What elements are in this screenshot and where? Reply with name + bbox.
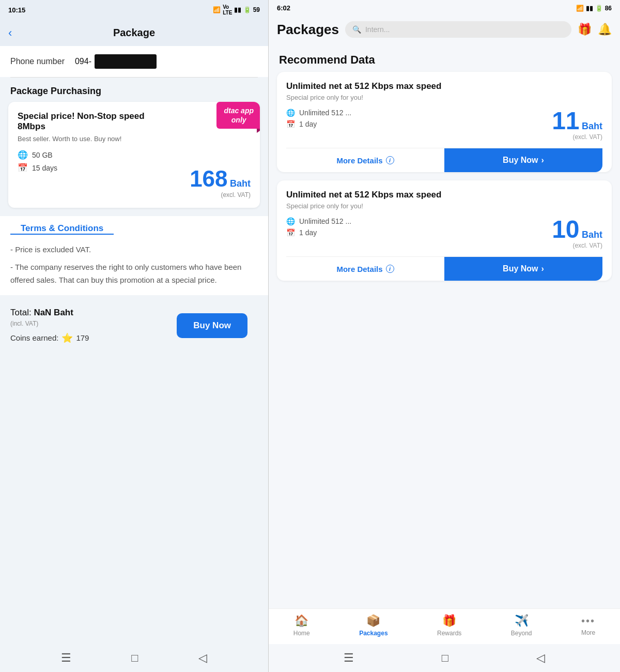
calendar-icon: 📅	[18, 163, 28, 173]
bottom-bar-right: ☰ □ ◁	[269, 644, 620, 672]
price-value: 168	[190, 166, 227, 191]
status-bar-left: 10:15 📶 VoLTE ▮▮ 🔋 59	[0, 0, 268, 20]
home-icon: 🏠	[295, 614, 308, 628]
total-value: NaN Baht	[34, 308, 73, 317]
pkg-title-1: Unlimited net at 512 Kbps max speed	[286, 81, 602, 91]
right-panel: 6:02 📶 ▮▮ 🔋 86 Packages 🔍 Intern... 🎁 🔔 …	[269, 0, 620, 672]
pkg-subtitle-1: Special price only for you!	[286, 94, 602, 101]
battery-icon: 🔋 59	[243, 6, 260, 13]
back-button[interactable]: ‹	[8, 26, 12, 40]
nav-more-label: More	[581, 629, 595, 636]
pkg-price-unit-2: Baht	[582, 230, 602, 240]
price-vat: (excl. VAT)	[190, 191, 251, 198]
nav-more[interactable]: ••• More	[581, 615, 595, 636]
globe-icon-2: 🌐	[286, 217, 295, 225]
rewards-icon: 🎁	[442, 614, 456, 628]
phone-row: Phone number 094-	[0, 46, 268, 77]
beyond-icon: ✈️	[515, 614, 529, 628]
pkg-data-1: 🌐 Unlimited 512 ...	[286, 109, 351, 117]
pkg-duration-1: 📅 1 day	[286, 120, 351, 128]
battery-right: 🔋 86	[595, 5, 612, 12]
pkg-details-2: 🌐 Unlimited 512 ... 📅 1 day	[286, 217, 351, 237]
pkg-price-vat-2: (excl. VAT)	[552, 242, 602, 249]
phone-prefix: 094-	[75, 57, 91, 66]
info-icon-1: i	[386, 156, 394, 164]
back-icon-right[interactable]: ◁	[536, 651, 545, 665]
signal-icon-right: ▮▮	[586, 5, 593, 12]
nav-rewards-label: Rewards	[437, 630, 461, 637]
terms-tab[interactable]: Terms & Conditions	[10, 216, 114, 235]
home-button-right[interactable]: □	[442, 651, 448, 665]
nav-packages[interactable]: 📦 Packages	[359, 614, 388, 637]
signal-icon: ▮▮	[234, 6, 241, 13]
package-card-1: Unlimited net at 512 Kbps max speed Spec…	[277, 72, 612, 172]
pkg-duration-2: 📅 1 day	[286, 228, 351, 237]
pkg-price-block-2: 10 Baht (excl. VAT)	[552, 217, 602, 249]
nav-packages-label: Packages	[359, 630, 388, 637]
search-icon: 🔍	[352, 25, 361, 34]
card-data: 🌐 50 GB	[18, 150, 251, 160]
home-button-left[interactable]: □	[131, 651, 138, 665]
nav-home-label: Home	[293, 630, 310, 637]
left-panel: 10:15 📶 VoLTE ▮▮ 🔋 59 ‹ Package Phone nu…	[0, 0, 269, 672]
bottom-bar-left: ☰ □ ◁	[0, 644, 268, 672]
top-nav: ‹ Package	[0, 20, 268, 46]
status-icons-right: 📶 ▮▮ 🔋 86	[576, 5, 612, 12]
bottom-nav: 🏠 Home 📦 Packages 🎁 Rewards ✈️ Beyond ••…	[269, 608, 620, 644]
recommend-title: Recommend Data	[269, 45, 620, 72]
time-right: 6:02	[277, 4, 290, 12]
buy-now-button-2[interactable]: Buy Now ›	[444, 257, 602, 281]
search-box[interactable]: 🔍 Intern...	[345, 21, 571, 38]
footer-row: Total: NaN Baht (incl. VAT) Coins earned…	[10, 308, 258, 344]
status-icons-left: 📶 VoLTE ▮▮ 🔋 59	[213, 4, 260, 16]
package-card-2: Unlimited net at 512 Kbps max speed Spec…	[277, 180, 612, 281]
wifi-icon-right: 📶	[576, 5, 584, 12]
package-section-title: Package Purchasing	[0, 78, 268, 102]
terms-line1: - Price is excluded VAT.	[10, 243, 258, 256]
pkg-subtitle-2: Special price only for you!	[286, 202, 602, 210]
calendar-icon-1: 📅	[286, 120, 295, 128]
pkg-data-2: 🌐 Unlimited 512 ...	[286, 217, 351, 225]
nav-home[interactable]: 🏠 Home	[293, 614, 310, 637]
packages-icon: 📦	[366, 614, 380, 628]
menu-icon-right[interactable]: ☰	[344, 651, 354, 665]
menu-icon-left[interactable]: ☰	[61, 651, 71, 665]
gift-icon[interactable]: 🎁	[578, 23, 592, 36]
arrow-right-icon-2: ›	[541, 264, 544, 273]
price-block: 168 Baht (excl. VAT)	[190, 167, 251, 198]
lte-label: VoLTE	[223, 4, 232, 16]
more-details-button-1[interactable]: More Details i	[286, 148, 444, 172]
coins-value: 179	[76, 333, 89, 342]
price-unit: Baht	[230, 178, 251, 189]
pkg-actions-2: More Details i Buy Now ›	[286, 256, 602, 281]
arrow-right-icon-1: ›	[541, 156, 544, 165]
phone-label: Phone number	[10, 57, 65, 66]
star-coin-icon: ⭐	[61, 332, 73, 344]
total-vat: (incl. VAT)	[10, 320, 89, 327]
terms-section: Terms & Conditions - Price is excluded V…	[0, 216, 268, 295]
status-bar-right: 6:02 📶 ▮▮ 🔋 86	[269, 0, 620, 16]
terms-tab-label: Terms & Conditions	[21, 223, 103, 237]
right-header: Packages 🔍 Intern... 🎁 🔔	[269, 16, 620, 45]
search-placeholder: Intern...	[365, 25, 390, 34]
pkg-price-unit-1: Baht	[582, 121, 602, 131]
total-line: Total: NaN Baht	[10, 308, 89, 318]
calendar-icon-2: 📅	[286, 228, 295, 237]
package-card: dtac app only Special price! Non-Stop sp…	[8, 102, 260, 208]
back-icon-left[interactable]: ◁	[198, 651, 207, 665]
terms-body: - Price is excluded VAT. - The company r…	[0, 235, 268, 295]
more-details-button-2[interactable]: More Details i	[286, 257, 444, 281]
bell-icon[interactable]: 🔔	[598, 23, 612, 36]
nav-rewards[interactable]: 🎁 Rewards	[437, 614, 461, 637]
dtac-badge: dtac app only	[216, 102, 260, 129]
info-icon-2: i	[386, 265, 394, 273]
buy-now-button-1[interactable]: Buy Now ›	[444, 148, 602, 172]
pkg-title-2: Unlimited net at 512 Kbps max speed	[286, 190, 602, 200]
card-subtitle: Best seller. Worth to use. Buy now!	[18, 135, 251, 143]
buy-now-button-left[interactable]: Buy Now	[177, 313, 247, 338]
nav-beyond[interactable]: ✈️ Beyond	[511, 614, 532, 637]
pkg-actions-1: More Details i Buy Now ›	[286, 148, 602, 172]
terms-line2: - The company reserves the right to only…	[10, 261, 258, 287]
pkg-price-block-1: 11 Baht (excl. VAT)	[552, 109, 602, 141]
nav-beyond-label: Beyond	[511, 630, 532, 637]
